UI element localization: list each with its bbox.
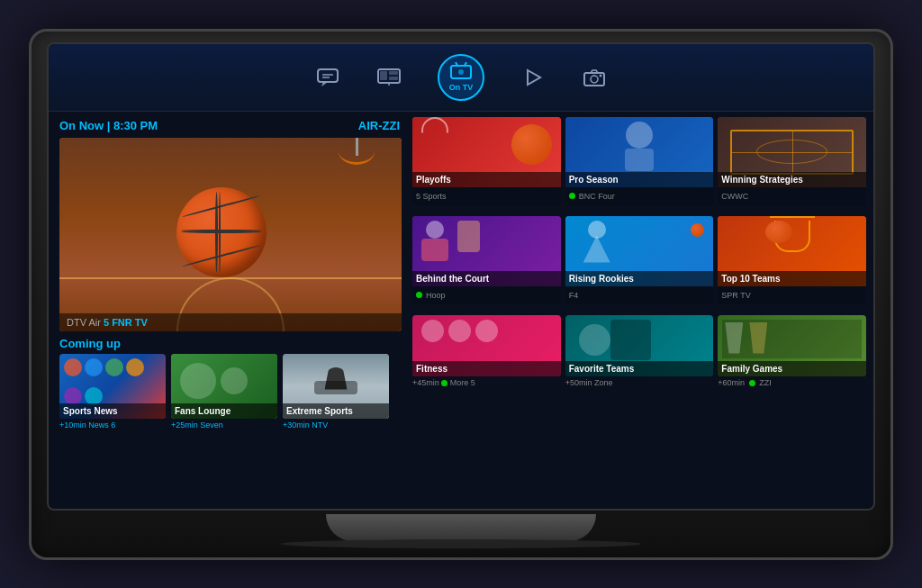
svg-point-13 <box>458 69 464 75</box>
family-games-time: +60min ZZI <box>718 378 866 387</box>
list-item[interactable]: Fitness +45min More 5 <box>412 315 561 387</box>
list-item[interactable]: Winning Strategies CWWC <box>718 117 866 212</box>
fitness-time: +45min More 5 <box>412 378 561 387</box>
tv-screen: On TV <box>47 42 875 511</box>
extreme-sports-title: Extreme Sports <box>283 403 389 419</box>
fitness-title: Fitness <box>412 361 561 376</box>
now-bar: On Now | 8:30 PM AIR-ZZI <box>59 119 400 132</box>
list-item[interactable]: Playoffs 5 Sports <box>412 117 561 212</box>
favorite-teams-time: +50min Zone <box>565 378 714 387</box>
nav-camera[interactable] <box>582 68 607 87</box>
green-dot <box>441 380 447 386</box>
winning-title: Winning Strategies <box>718 172 866 187</box>
main-video[interactable]: DTV Air 5 FNR TV <box>59 138 402 331</box>
list-item[interactable]: Pro Season BNC Four <box>565 117 714 212</box>
video-info: DTV Air 5 FNR TV <box>59 313 402 331</box>
fitness-thumb: Fitness <box>412 315 561 376</box>
green-dot <box>749 380 755 386</box>
nav-on-tv-label: On TV <box>449 83 474 92</box>
playoffs-channel: 5 Sports <box>412 187 561 205</box>
svg-marker-14 <box>528 70 540 85</box>
basketball-visual <box>176 187 267 277</box>
channel-badge: 5 FNR TV <box>104 317 148 328</box>
coming-up-label: Coming up <box>59 337 400 350</box>
tv-frame: On TV <box>29 29 893 560</box>
list-item[interactable]: Rising Rookies F4 <box>565 216 714 311</box>
nav-display[interactable] <box>376 68 402 87</box>
svg-point-16 <box>591 76 598 83</box>
extreme-sports-time: +30min NTV <box>283 421 389 430</box>
family-games-title: Family Games <box>718 361 866 376</box>
now-label: On Now | 8:30 PM <box>59 119 158 132</box>
hoop-title: Behind the Court <box>412 271 561 286</box>
sports-news-time: +10min News 6 <box>59 421 166 430</box>
proseason-title: Pro Season <box>565 172 714 187</box>
winning-channel: CWWC <box>718 187 866 205</box>
shows-grid: Playoffs 5 Sports <box>412 117 866 311</box>
sports-news-title: Sports News <box>59 403 166 419</box>
proseason-channel: BNC Four <box>565 187 714 205</box>
top10-channel: SPR TV <box>718 286 866 304</box>
nav-on-tv[interactable]: On TV <box>438 54 484 101</box>
tv-stand <box>326 514 596 541</box>
coming-right-row: Fitness +45min More 5 <box>412 315 866 387</box>
favorite-teams-thumb: Favorite Teams <box>565 315 714 376</box>
green-dot <box>416 292 422 298</box>
nav-play[interactable] <box>520 68 546 87</box>
green-dot <box>569 193 575 199</box>
svg-rect-0 <box>318 69 338 82</box>
top10-title: Top 10 Teams <box>718 271 866 286</box>
right-column: Playoffs 5 Sports <box>409 112 873 511</box>
fans-lounge-time: +25min Seven <box>171 421 277 430</box>
family-games-thumb: Family Games <box>718 315 866 376</box>
air-label: AIR-ZZI <box>358 119 400 132</box>
rookies-channel: F4 <box>565 286 714 304</box>
dtv-label: DTV Air <box>67 317 101 328</box>
list-item[interactable]: Fans Lounge +25min Seven <box>171 354 277 430</box>
list-item[interactable]: Favorite Teams +50min Zone <box>565 315 714 387</box>
hoop-channel: Hoop <box>412 286 561 304</box>
svg-rect-5 <box>380 71 387 80</box>
sports-news-thumb: Sports News <box>59 354 166 419</box>
favorite-teams-title: Favorite Teams <box>565 361 714 376</box>
list-item[interactable]: Top 10 Teams SPR TV <box>718 216 866 311</box>
coming-up-grid: Sports News +10min News 6 Fans <box>59 354 400 430</box>
svg-rect-6 <box>389 71 398 75</box>
fans-lounge-thumb: Fans Lounge <box>171 354 277 419</box>
list-item[interactable]: Family Games +60min ZZI <box>718 315 866 387</box>
left-column: On Now | 8:30 PM AIR-ZZI <box>49 112 409 511</box>
svg-rect-7 <box>389 77 398 80</box>
list-item[interactable]: Behind the Court Hoop <box>412 216 561 311</box>
rookies-title: Rising Rookies <box>565 271 714 286</box>
list-item[interactable]: Extreme Sports +30min NTV <box>283 354 389 430</box>
playoffs-title: Playoffs <box>412 172 561 187</box>
svg-point-17 <box>600 74 602 77</box>
fans-lounge-title: Fans Lounge <box>171 403 277 419</box>
nav-chat[interactable] <box>315 68 340 87</box>
extreme-sports-thumb: Extreme Sports <box>283 354 389 419</box>
main-body: On Now | 8:30 PM AIR-ZZI <box>49 112 873 511</box>
top-navigation: On TV <box>49 44 873 112</box>
mid-row: On Now | 8:30 PM AIR-ZZI <box>49 112 873 511</box>
list-item[interactable]: Sports News +10min News 6 <box>59 354 166 430</box>
